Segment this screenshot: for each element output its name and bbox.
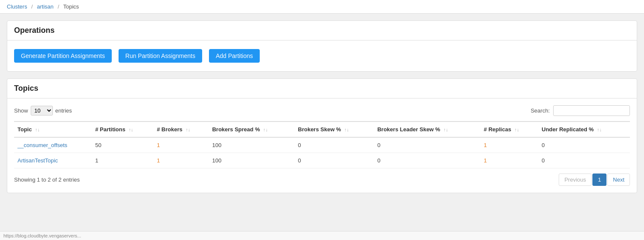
topics-card: Topics Show 10 25 50 100 entries Search: xyxy=(7,78,637,193)
cell-under-replicated-0: 0 xyxy=(538,137,630,153)
entries-per-page-select[interactable]: 10 25 50 100 xyxy=(31,106,53,116)
sort-icon-topic: ↑↓ xyxy=(35,127,40,132)
search-box: Search: xyxy=(531,105,630,116)
entries-label: entries xyxy=(55,107,72,114)
show-label: Show xyxy=(14,107,28,114)
table-row: __consumer_offsets 50 1 100 0 0 1 0 xyxy=(14,137,630,153)
page-1-button[interactable]: 1 xyxy=(592,173,606,186)
operations-card: Operations Generate Partition Assignment… xyxy=(7,20,637,72)
table-header-row: Topic ↑↓ # Partitions ↑↓ # Brokers ↑↓ xyxy=(14,121,630,137)
cell-partitions-0: 50 xyxy=(92,137,154,153)
topics-title: Topics xyxy=(14,84,630,93)
breadcrumb-artisan-link[interactable]: artisan xyxy=(37,3,54,10)
col-partitions[interactable]: # Partitions ↑↓ xyxy=(92,121,154,137)
cell-under-replicated-1: 0 xyxy=(538,153,630,168)
sort-icon-under-replicated: ↑↓ xyxy=(597,127,602,132)
cell-skew-1: 0 xyxy=(295,153,374,168)
sort-icon-brokers: ↑↓ xyxy=(186,127,190,132)
generate-partition-assignments-button[interactable]: Generate Partition Assignments xyxy=(14,49,112,63)
topics-table: Topic ↑↓ # Partitions ↑↓ # Brokers ↑↓ xyxy=(14,121,630,168)
pagination: Previous 1 Next xyxy=(559,173,630,186)
cell-topic-1: ArtisanTestTopic xyxy=(14,153,92,168)
col-leader-skew[interactable]: Brokers Leader Skew % ↑↓ xyxy=(374,121,481,137)
search-input[interactable] xyxy=(553,105,630,116)
show-entries-control: Show 10 25 50 100 entries xyxy=(14,106,72,116)
sort-icon-skew: ↑↓ xyxy=(344,127,349,132)
cell-leader-skew-0: 0 xyxy=(374,137,481,153)
cell-brokers-1: 1 xyxy=(154,153,209,168)
table-bottom-controls: Showing 1 to 2 of 2 entries Previous 1 N… xyxy=(14,173,630,186)
breadcrumb-sep-2: / xyxy=(58,3,59,10)
sort-icon-spread: ↑↓ xyxy=(263,127,268,132)
col-skew[interactable]: Brokers Skew % ↑↓ xyxy=(295,121,374,137)
previous-button[interactable]: Previous xyxy=(559,173,592,186)
cell-skew-0: 0 xyxy=(295,137,374,153)
breadcrumb-clusters-link[interactable]: Clusters xyxy=(7,3,27,10)
col-spread[interactable]: Brokers Spread % ↑↓ xyxy=(209,121,294,137)
sort-icon-replicas: ↑↓ xyxy=(514,127,519,132)
topic-link-0[interactable]: __consumer_offsets xyxy=(17,142,67,148)
run-partition-assignments-button[interactable]: Run Partition Assignments xyxy=(119,49,202,63)
sort-icon-partitions: ↑↓ xyxy=(129,127,133,132)
operations-title: Operations xyxy=(14,26,630,35)
search-label: Search: xyxy=(531,107,550,114)
add-partitions-button[interactable]: Add Partitions xyxy=(209,49,260,63)
cell-spread-0: 100 xyxy=(209,137,294,153)
col-under-replicated[interactable]: Under Replicated % ↑↓ xyxy=(538,121,630,137)
topics-card-header: Topics xyxy=(7,79,637,98)
table-top-controls: Show 10 25 50 100 entries Search: xyxy=(14,105,630,116)
sort-icon-leader-skew: ↑↓ xyxy=(444,127,448,132)
next-button[interactable]: Next xyxy=(607,173,630,186)
table-row: ArtisanTestTopic 1 1 100 0 0 1 0 xyxy=(14,153,630,168)
col-replicas[interactable]: # Replicas ↑↓ xyxy=(480,121,538,137)
col-topic[interactable]: Topic ↑↓ xyxy=(14,121,92,137)
topic-link-1[interactable]: ArtisanTestTopic xyxy=(17,157,58,164)
breadcrumb-current: Topics xyxy=(63,3,79,10)
cell-leader-skew-1: 0 xyxy=(374,153,481,168)
breadcrumb-sep-1: / xyxy=(31,3,33,10)
operations-card-body: Generate Partition Assignments Run Parti… xyxy=(7,40,637,71)
cell-brokers-0: 1 xyxy=(154,137,209,153)
cell-partitions-1: 1 xyxy=(92,153,154,168)
topics-card-body: Show 10 25 50 100 entries Search: xyxy=(7,98,637,193)
breadcrumb: Clusters / artisan / Topics xyxy=(0,0,644,14)
cell-replicas-1: 1 xyxy=(480,153,538,168)
cell-spread-1: 100 xyxy=(209,153,294,168)
cell-replicas-0: 1 xyxy=(480,137,538,153)
showing-text: Showing 1 to 2 of 2 entries xyxy=(14,176,80,183)
cell-topic-0: __consumer_offsets xyxy=(14,137,92,153)
col-brokers[interactable]: # Brokers ↑↓ xyxy=(154,121,209,137)
operations-card-header: Operations xyxy=(7,21,637,40)
